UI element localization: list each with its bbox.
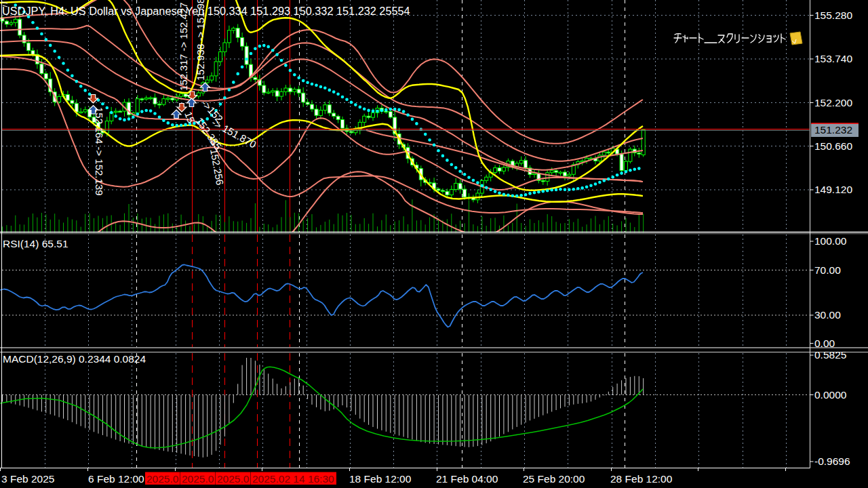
svg-text:0.0000: 0.0000 — [814, 389, 847, 401]
svg-text:100.00: 100.00 — [814, 235, 847, 247]
svg-text:153.740: 153.740 — [814, 53, 852, 64]
svg-text:2025.0: 2025.0 — [217, 473, 250, 485]
svg-text:MACD(12,26,9) 0.2344 0.0824: MACD(12,26,9) 0.2344 0.0824 — [3, 353, 146, 365]
svg-text:70.00: 70.00 — [814, 264, 841, 276]
svg-text:RSI(14) 65.51: RSI(14) 65.51 — [3, 238, 68, 249]
svg-text:USDJPY, H4: US Dollar vs Japa: USDJPY, H4: US Dollar vs Japanese Yen 15… — [2, 5, 410, 17]
svg-text:0.00: 0.00 — [814, 338, 835, 349]
svg-text:28 Feb 12:00: 28 Feb 12:00 — [610, 473, 673, 485]
svg-text:2025.02 14 16:30: 2025.02 14 16:30 — [252, 473, 334, 485]
svg-text:2025.0: 2025.0 — [182, 473, 214, 485]
svg-text:149.120: 149.120 — [814, 184, 852, 195]
svg-text:0.5825: 0.5825 — [814, 349, 846, 361]
svg-text:18 Feb 12:00: 18 Feb 12:00 — [349, 473, 412, 485]
svg-text:3 Feb 2025: 3 Feb 2025 — [1, 473, 54, 485]
svg-text:21 Feb 04:00: 21 Feb 04:00 — [436, 473, 498, 485]
svg-text:151.232: 151.232 — [814, 124, 852, 136]
svg-text:30.00: 30.00 — [814, 309, 841, 321]
svg-text:-0.9696: -0.9696 — [814, 455, 850, 467]
svg-text:152.164 -> 152.139: 152.164 -> 152.139 — [94, 107, 105, 196]
svg-text:6 Feb 12:00: 6 Feb 12:00 — [88, 473, 144, 485]
svg-text:155.280: 155.280 — [814, 9, 852, 21]
svg-text:2025.0: 2025.0 — [146, 473, 179, 485]
svg-text:152.200: 152.200 — [814, 97, 852, 108]
svg-text:25 Feb 20:00: 25 Feb 20:00 — [523, 473, 585, 485]
svg-text:150.660: 150.660 — [814, 140, 852, 152]
